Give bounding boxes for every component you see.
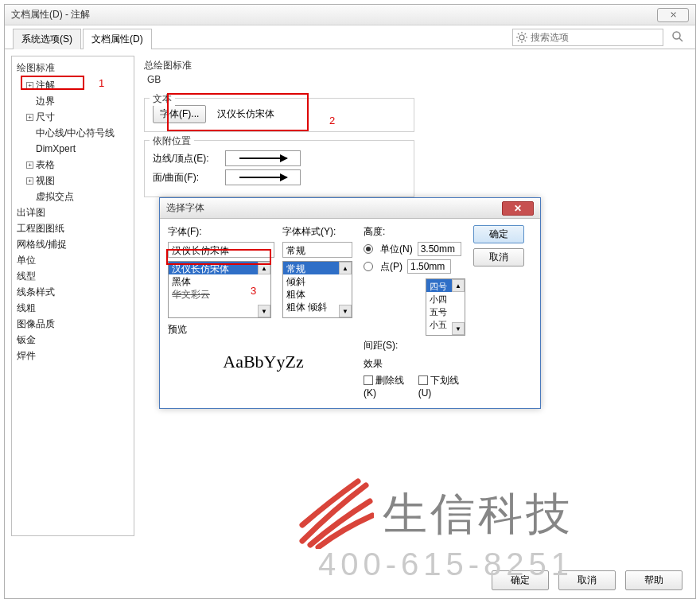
dialog-buttons-column: 确定 取消 — [473, 225, 524, 399]
preview-area: 预览 AaBbYyZz — [168, 323, 274, 384]
scroll-down-icon[interactable]: ▼ — [452, 322, 465, 335]
tree-item-label: 虚拟交点 — [36, 191, 74, 202]
annotation-3: 3 — [251, 285, 256, 297]
tree-item[interactable]: 钣金 — [17, 332, 129, 348]
tree-item[interactable]: 虚拟交点 — [17, 189, 129, 204]
tree-item[interactable]: 工程图图纸 — [17, 220, 129, 236]
list-item[interactable]: 粗体 — [283, 287, 352, 300]
style-input[interactable]: 常规 — [282, 242, 352, 258]
preview-label: 预览 — [168, 323, 274, 337]
svg-line-8 — [525, 33, 526, 34]
svg-line-6 — [525, 41, 526, 41]
tree-item[interactable]: 中心线/中心符号线 — [17, 125, 129, 141]
font-dialog-titlebar: 选择字体 ✕ — [160, 198, 540, 219]
tree-item[interactable]: 焊件 — [17, 348, 129, 364]
overall-standard-value: GB — [144, 72, 686, 87]
text-group: 文本 字体(F)... 汉仪长仿宋体 — [144, 98, 414, 132]
tree-item[interactable]: 线条样式 — [17, 284, 129, 300]
tab-document-properties[interactable]: 文档属性(D) — [83, 29, 152, 49]
scroll-down-icon[interactable]: ▼ — [258, 305, 270, 317]
tree-item-label: 工程图图纸 — [17, 223, 64, 234]
expand-icon[interactable]: + — [26, 114, 33, 121]
attach-group-title: 依附位置 — [150, 134, 194, 148]
scroll-up-icon[interactable]: ▲ — [258, 262, 270, 274]
scroll-up-icon[interactable]: ▲ — [452, 279, 465, 292]
titlebar: 文档属性(D) - 注解 ⤬ — [5, 5, 695, 25]
point-radio[interactable] — [364, 262, 373, 271]
height-column: 高度: 单位(N) 3.50mm 点(P) 1.50mm 四号 小四 五号 小五… — [364, 225, 465, 399]
current-font-name: 汉仪长仿宋体 — [217, 108, 274, 119]
tree-item-label: 表格 — [36, 159, 55, 170]
category-tree[interactable]: 绘图标准 +注解边界+尺寸中心线/中心符号线DimXpert+表格+视图虚拟交点… — [11, 56, 134, 536]
tree-item[interactable]: 边界 — [17, 93, 129, 109]
svg-line-10 — [679, 38, 682, 41]
tree-item-label: 钣金 — [17, 334, 36, 345]
strike-checkbox[interactable]: 删除线(K) — [364, 374, 410, 399]
face-arrow-select[interactable] — [225, 169, 301, 185]
gear-icon — [516, 32, 527, 43]
tree-item[interactable]: 单位 — [17, 252, 129, 268]
window-title: 文档属性(D) - 注解 — [11, 8, 657, 21]
tree-item[interactable]: 线粗 — [17, 300, 129, 316]
edge-arrow-select[interactable] — [225, 150, 301, 166]
unit-label: 单位(N) — [380, 243, 413, 256]
list-item[interactable]: 五号 — [426, 305, 465, 317]
tree-item-label: 线粗 — [17, 302, 36, 313]
font-dialog-close[interactable]: ✕ — [502, 201, 534, 216]
tree-item[interactable]: 线型 — [17, 268, 129, 284]
size-list[interactable]: 四号 小四 五号 小五 ▲ ▼ — [426, 278, 465, 336]
tree-item-label: 图像品质 — [17, 318, 55, 329]
tree-item[interactable]: +注解 — [17, 77, 129, 93]
scroll-up-icon[interactable]: ▲ — [339, 262, 352, 274]
list-item[interactable]: 倾斜 — [283, 274, 352, 287]
svg-line-5 — [518, 33, 519, 34]
point-value-input[interactable]: 1.50mm — [407, 259, 451, 274]
close-button[interactable]: ⤬ — [657, 8, 689, 22]
spacing-label: 间距(S): — [364, 339, 398, 352]
cancel-button[interactable]: 取消 — [558, 570, 616, 590]
tree-item-label: 视图 — [36, 175, 55, 186]
style-list[interactable]: 常规 倾斜 粗体 粗体 倾斜 ▲ ▼ — [282, 261, 352, 318]
scroll-down-icon[interactable]: ▼ — [339, 305, 352, 317]
tree-item-label: 焊件 — [17, 350, 36, 361]
annotation-2: 2 — [329, 115, 335, 126]
tree-item-label: 中心线/中心符号线 — [36, 127, 115, 138]
expand-icon[interactable]: + — [26, 161, 33, 169]
search-icon[interactable] — [671, 30, 684, 46]
face-label: 面/曲面(F): — [153, 171, 220, 185]
font-ok-button[interactable]: 确定 — [473, 225, 524, 243]
tab-system-options[interactable]: 系统选项(S) — [13, 29, 81, 49]
list-item[interactable]: 小四 — [426, 292, 465, 305]
tree-item[interactable]: +视图 — [17, 173, 129, 189]
svg-point-9 — [673, 32, 680, 39]
annotation-1: 1 — [99, 77, 104, 89]
ok-button[interactable]: 确定 — [492, 570, 549, 590]
overall-standard-label: 总绘图标准 — [144, 59, 686, 72]
unit-radio[interactable] — [364, 244, 373, 254]
unit-value-input[interactable]: 3.50mm — [418, 242, 461, 256]
font-column: 字体(F): 汉仪长仿宋体 汉仪长仿宋体 黑体 华文彩云 ▲ ▼ 预览 AaBb… — [168, 225, 274, 399]
font-dialog-body: 字体(F): 汉仪长仿宋体 汉仪长仿宋体 黑体 华文彩云 ▲ ▼ 预览 AaBb… — [160, 219, 540, 408]
tree-item[interactable]: 出详图 — [17, 204, 129, 220]
face-row: 面/曲面(F): — [153, 169, 406, 185]
tree-item-label: 网格线/捕捉 — [17, 239, 67, 250]
search-box[interactable] — [512, 29, 663, 46]
search-input[interactable] — [531, 32, 659, 43]
tree-item[interactable]: 网格线/捕捉 — [17, 236, 129, 252]
tree-item[interactable]: +表格 — [17, 157, 129, 173]
font-name-input[interactable]: 汉仪长仿宋体 — [168, 242, 274, 258]
tree-item[interactable]: +尺寸 — [17, 109, 129, 125]
list-item[interactable]: 汉仪长仿宋体 — [169, 262, 270, 274]
underline-checkbox[interactable]: 下划线(U) — [418, 374, 465, 399]
expand-icon[interactable]: + — [26, 82, 33, 89]
help-button[interactable]: 帮助 — [625, 570, 682, 590]
font-button[interactable]: 字体(F)... — [153, 105, 206, 123]
height-label: 高度: — [364, 225, 465, 239]
style-label: 字体样式(Y): — [282, 225, 356, 239]
tree-item[interactable]: 图像品质 — [17, 316, 129, 332]
attach-group: 依附位置 边线/顶点(E): 面/曲面(F): — [144, 140, 414, 197]
expand-icon[interactable]: + — [26, 177, 33, 185]
tree-item[interactable]: DimXpert — [17, 141, 129, 157]
font-cancel-button[interactable]: 取消 — [473, 248, 524, 266]
text-group-title: 文本 — [150, 92, 175, 106]
